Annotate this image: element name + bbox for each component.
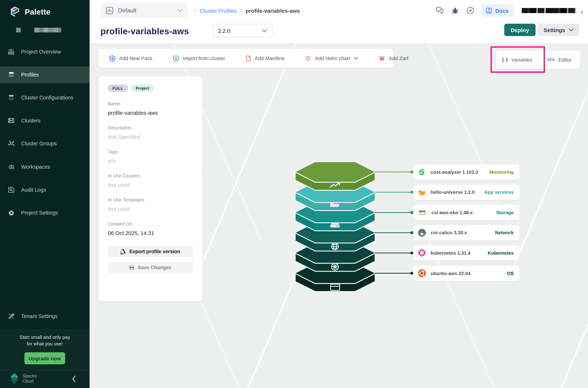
sidebar-footer: Spectro Cloud	[0, 370, 90, 388]
pack-category: App services	[484, 190, 514, 195]
title-bar: profile-variables-aws 2.2.0 Deploy Setti…	[90, 21, 588, 43]
variables-label: Variables	[511, 57, 532, 62]
sidebar-item-project-overview[interactable]: Project Overview	[0, 43, 90, 60]
profile-type-badge: FULL	[108, 85, 128, 92]
view-toggle: { } Variables </> Editor	[496, 50, 581, 69]
braces-icon: { }	[502, 57, 508, 62]
layers-icon	[8, 94, 15, 101]
chevron-down-icon	[178, 9, 183, 12]
project-scope-selector[interactable]: Default	[100, 2, 188, 18]
save-label: Save Changes	[138, 265, 172, 270]
pack-row-kubernetes[interactable]: kubernetes 1.31.4 Kubernetes	[413, 245, 520, 261]
sidebar-item-workspaces[interactable]: Workspaces	[0, 158, 90, 175]
import-from-cluster-button[interactable]: Import from cluster	[173, 55, 225, 61]
brand-name: Palette	[25, 8, 51, 16]
breadcrumb: / Cluster Profiles / profile-variables-a…	[194, 0, 300, 21]
version-select[interactable]: 2.2.0	[213, 24, 272, 37]
breadcrumb-separator: /	[194, 7, 196, 14]
upgrade-text: Start small and only pay for what you us…	[0, 334, 90, 347]
sidebar-item-label: Tenant Settings	[21, 313, 58, 319]
in-use-templates-label: In Use Templates	[108, 197, 193, 203]
ubuntu-icon	[418, 269, 426, 278]
name-label: Name	[108, 101, 193, 106]
plus-circle-icon	[109, 55, 115, 61]
settings-label: Settings	[543, 27, 565, 33]
redacted-username	[522, 8, 576, 13]
sidebar-item-audit-logs[interactable]: Audit Logs	[0, 181, 90, 198]
sidebar-item-project-settings[interactable]: Project Settings	[0, 204, 90, 221]
kubecost-icon	[418, 168, 426, 176]
explore-compass-icon[interactable]	[463, 7, 478, 15]
sidebar-item-profiles[interactable]: Profiles	[0, 66, 90, 83]
stack-layer-monitoring[interactable]	[296, 162, 375, 190]
pack-row-cni-calico[interactable]: cni-calico 3.30.x Network	[413, 225, 520, 241]
add-manifest-label: Add Manifest	[255, 55, 284, 61]
editor-label: Editor	[558, 57, 572, 62]
helm-wheel-icon	[305, 55, 312, 62]
name-value: profile-variables-aws	[108, 110, 193, 116]
hard-drive-icon	[330, 223, 340, 227]
editor-tab[interactable]: </> Editor	[539, 50, 580, 69]
pack-category: Network	[495, 230, 514, 236]
chevron-down-icon	[354, 57, 358, 60]
created-on-label: Created On	[108, 221, 193, 227]
in-use-clusters-value: Not used	[108, 182, 193, 188]
pack-row-cost-analyzer[interactable]: cost-analyzer 1.103.3 Monitoring	[413, 164, 520, 180]
add-manifest-button[interactable]: Add Manifest	[246, 55, 284, 61]
version-value: 2.2.0	[218, 27, 262, 34]
sidebar-item-clusters[interactable]: Clusters	[0, 112, 90, 129]
redacted-fragment	[581, 11, 583, 13]
pack-row-ubuntu-aws[interactable]: ubuntu-aws 22.04 OS	[413, 266, 520, 281]
export-label: Export profile version	[129, 249, 180, 254]
in-use-templates-value: Not used	[108, 206, 193, 212]
main-area: Default / Cluster Profiles / profile-var…	[90, 0, 588, 388]
add-zarf-button[interactable]: Add Zarf	[379, 55, 408, 61]
add-new-pack-button[interactable]: Add New Pack	[109, 55, 153, 61]
bar-chart-icon	[8, 48, 15, 55]
palette-logo-icon	[9, 6, 21, 18]
pack-name: hello-universe 1.2.0	[431, 190, 480, 195]
deploy-button[interactable]: Deploy	[504, 24, 536, 36]
docs-button[interactable]: Docs	[481, 4, 514, 17]
page-title: profile-variables-aws	[100, 26, 189, 36]
pack-name: csi-aws-ebs 1.48.x	[431, 210, 492, 215]
save-changes-button[interactable]: Save Changes	[108, 262, 193, 273]
created-on-value: 06 Oct 2025, 14:31	[108, 230, 193, 236]
sidebar-item-label: Cluster Groups	[21, 141, 57, 146]
sidebar-item-tenant-settings[interactable]: Tenant Settings	[0, 308, 90, 325]
sidebar-item-label: Audit Logs	[21, 187, 46, 193]
sidebar-item-label: Profiles	[21, 72, 39, 78]
report-bug-icon[interactable]	[448, 7, 463, 14]
pack-row-hello-universe[interactable]: hello-universe 1.2.0 App services	[413, 185, 520, 200]
project-scope-icon	[106, 6, 113, 14]
save-icon	[129, 265, 135, 270]
tools-icon	[8, 313, 15, 319]
settings-button[interactable]: Settings	[538, 24, 579, 36]
upgrade-now-button[interactable]: Upgrade now	[24, 352, 65, 364]
variables-tab[interactable]: { } Variables	[496, 50, 538, 69]
pack-category: OS	[507, 270, 514, 276]
add-helm-chart-button[interactable]: Add Helm chart	[305, 55, 358, 62]
gear-icon	[8, 210, 15, 216]
pack-name: ubuntu-aws 22.04	[431, 270, 502, 276]
tags-value: n/a	[108, 158, 193, 164]
top-actions: Docs	[432, 0, 588, 21]
collapse-sidebar-icon[interactable]	[71, 375, 76, 383]
sidebar-item-cluster-groups[interactable]: Cluster Groups	[0, 135, 90, 152]
tags-label: Tags	[108, 149, 193, 154]
profile-info-card: FULL Project Name profile-variables-aws …	[98, 76, 203, 301]
project-scope-label: Default	[118, 7, 173, 14]
pack-row-csi-aws-ebs[interactable]: aws csi-aws-ebs 1.48.x Storage	[413, 205, 520, 220]
add-new-pack-label: Add New Pack	[119, 55, 153, 61]
pack-name: cost-analyzer 1.103.3	[431, 169, 485, 175]
folder-orange-icon	[418, 188, 426, 196]
breadcrumb-link-cluster-profiles[interactable]: Cluster Profiles	[200, 7, 237, 14]
breadcrumb-separator: /	[240, 7, 242, 14]
export-profile-version-button[interactable]: Export profile version	[108, 246, 193, 257]
sidebar-item-cluster-configurations[interactable]: Cluster Configurations	[0, 89, 90, 106]
import-from-cluster-label: Import from cluster	[183, 55, 225, 61]
manifest-file-icon	[246, 55, 251, 61]
feedback-chat-icon[interactable]	[432, 7, 448, 14]
upgrade-panel: Start small and only pay for what you us…	[0, 329, 90, 370]
kubernetes-pack-icon	[418, 249, 426, 257]
